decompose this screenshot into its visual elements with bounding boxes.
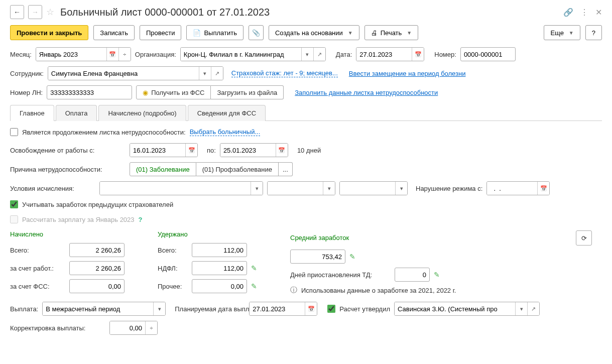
release-label: Освобождение от работы с:	[10, 147, 126, 154]
post-and-close-button[interactable]: Провести и закрыть	[10, 25, 88, 40]
favorite-star-icon[interactable]: ☆	[46, 7, 54, 18]
stepper-icon[interactable]: ÷	[118, 48, 131, 61]
other-field[interactable]	[192, 279, 247, 293]
calc-salary-label: Рассчитать зарплату за Январь 2023	[22, 216, 135, 223]
org-label: Организация:	[135, 51, 176, 58]
payout-field[interactable]: ▾	[42, 302, 166, 316]
release-from-field[interactable]: 📅	[130, 143, 198, 157]
dropdown-icon[interactable]: ▾	[153, 302, 165, 315]
chevron-down-icon: ▼	[407, 30, 412, 36]
number-field[interactable]	[460, 47, 516, 61]
get-from-fss-button[interactable]: ◉ Получить из ФСС	[136, 85, 211, 99]
month-label: Месяц:	[10, 51, 32, 58]
days-count-text: 10 дней	[297, 147, 321, 154]
dropdown-icon[interactable]: ▾	[395, 182, 407, 195]
tab-fss-info[interactable]: Сведения для ФСС	[188, 105, 266, 121]
approved-by-field[interactable]: ▾ ↗	[394, 302, 540, 316]
kebab-menu-icon[interactable]: ⋮	[580, 8, 588, 17]
continuation-label: Является продолжением листка нетрудоспос…	[22, 129, 186, 136]
avg-earnings-head: Средний заработок	[290, 234, 349, 241]
nav-back-button[interactable]: ←	[10, 5, 24, 19]
tab-accrued[interactable]: Начислено (подробно)	[98, 105, 186, 121]
reason-illness[interactable]: (01) Заболевание	[130, 162, 196, 176]
attach-button[interactable]: 📎	[249, 25, 264, 40]
avg-earnings-field[interactable]	[290, 250, 345, 264]
fss-label: за счет ФСС:	[10, 283, 65, 290]
calendar-icon[interactable]: 📅	[185, 144, 197, 157]
dropdown-icon[interactable]: ▾	[199, 67, 211, 80]
refresh-icon: ⟳	[581, 234, 587, 242]
prev-insurers-checkbox[interactable]	[10, 200, 18, 208]
fss-amount-field[interactable]	[69, 279, 125, 293]
calendar-icon[interactable]: 📅	[276, 144, 288, 157]
dropdown-icon[interactable]: ▾	[251, 182, 263, 195]
edit-pencil-icon[interactable]: ✎	[434, 271, 440, 279]
stepper-icon[interactable]: ÷	[145, 321, 157, 334]
conditions-field-2[interactable]: ▾	[267, 181, 335, 195]
td-days-field[interactable]	[395, 268, 430, 282]
calendar-icon[interactable]: 📅	[412, 48, 424, 61]
calendar-icon[interactable]: 📅	[305, 302, 317, 315]
calc-salary-checkbox	[10, 215, 18, 223]
help-button[interactable]: ?	[585, 25, 602, 40]
dropdown-icon[interactable]: ▾	[323, 182, 335, 195]
save-button[interactable]: Записать	[93, 25, 135, 40]
edit-pencil-icon[interactable]: ✎	[349, 253, 355, 261]
reason-more-button[interactable]: ...	[279, 162, 293, 176]
continuation-checkbox[interactable]	[10, 128, 18, 136]
nav-forward-button[interactable]: →	[28, 5, 42, 19]
info-icon: ⓘ	[290, 286, 297, 295]
employer-amount-field[interactable]	[69, 261, 125, 275]
fill-sicklist-data-link[interactable]: Заполнить данные листка нетрудоспособнос…	[295, 89, 438, 96]
open-icon[interactable]: ↗	[211, 67, 223, 80]
month-field[interactable]: 📅 ÷	[36, 47, 131, 61]
post-button[interactable]: Провести	[140, 25, 182, 40]
tab-main[interactable]: Главное	[10, 105, 54, 121]
ln-number-field[interactable]	[47, 85, 132, 99]
payout-label: Выплата:	[10, 305, 38, 313]
td-days-label: Дней приостановления ТД:	[290, 271, 391, 279]
conditions-field-3[interactable]: ▾	[339, 181, 408, 195]
ndfl-field[interactable]	[192, 261, 247, 275]
accrued-head: Начислено	[10, 230, 146, 238]
printer-icon: 🖨	[371, 29, 378, 37]
regime-violation-field[interactable]: 📅	[486, 181, 550, 195]
prev-insurers-label: Учитывать заработок предыдущих страховат…	[22, 201, 173, 208]
withheld-total-field[interactable]	[192, 243, 247, 257]
link-icon[interactable]: 🔗	[563, 8, 573, 17]
refresh-button[interactable]: ⟳	[576, 230, 592, 246]
open-icon[interactable]: ↗	[313, 48, 325, 61]
org-field[interactable]: ▾ ↗	[180, 47, 326, 61]
edit-pencil-icon[interactable]: ✎	[251, 282, 257, 290]
load-from-file-button[interactable]: Загрузить из файла	[211, 85, 284, 99]
approved-checkbox[interactable]	[327, 305, 335, 313]
edit-pencil-icon[interactable]: ✎	[251, 264, 257, 272]
help-icon[interactable]: ?	[139, 216, 143, 223]
conditions-field-1[interactable]: ▾	[99, 181, 263, 195]
reason-prof-illness[interactable]: (01) Профзаболевание	[196, 162, 279, 176]
correction-field[interactable]: ÷	[109, 321, 158, 335]
dropdown-icon[interactable]: ▾	[515, 302, 527, 315]
dropdown-icon[interactable]: ▾	[301, 48, 313, 61]
number-label: Номер:	[434, 51, 456, 58]
planned-date-field[interactable]: 📅	[249, 302, 317, 316]
select-sicklist-link[interactable]: Выбрать больничный...	[190, 128, 261, 136]
substitution-link[interactable]: Ввести замещение на период болезни	[349, 70, 466, 77]
calendar-icon[interactable]: 📅	[537, 182, 549, 195]
employee-field[interactable]: ▾ ↗	[48, 66, 223, 80]
date-field[interactable]: 📅	[356, 47, 424, 61]
pay-button[interactable]: 📄 Выплатить	[186, 25, 243, 40]
close-icon[interactable]: ✕	[595, 8, 602, 17]
ndfl-label: НДФЛ:	[158, 265, 188, 272]
total-label: Всего:	[10, 247, 65, 254]
print-button[interactable]: 🖨 Печать ▼	[364, 25, 419, 40]
create-based-on-button[interactable]: Создать на основании ▼	[269, 25, 359, 40]
open-icon[interactable]: ↗	[527, 302, 539, 315]
regime-violation-label: Нарушение режима с:	[416, 185, 482, 192]
calendar-icon[interactable]: 📅	[106, 48, 118, 61]
accrued-total-field[interactable]	[69, 243, 125, 257]
more-button[interactable]: Еще ▼	[544, 25, 580, 40]
tab-payment[interactable]: Оплата	[56, 105, 97, 121]
insurance-experience-link[interactable]: Страховой стаж: лет - 9; месяцев...	[231, 69, 338, 77]
release-to-field[interactable]: 📅	[220, 143, 288, 157]
